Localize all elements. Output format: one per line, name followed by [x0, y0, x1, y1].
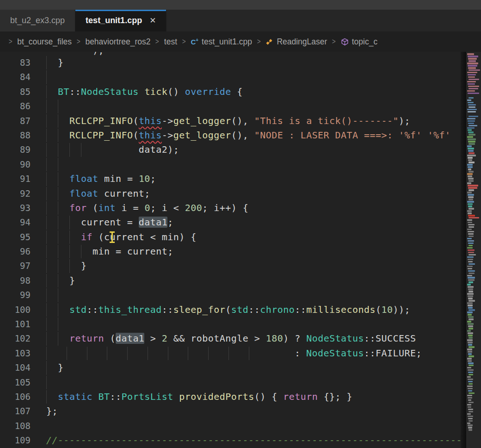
- breadcrumb-item-bt_course_files[interactable]: bt_course_files: [17, 37, 72, 47]
- title-bar: [0, 0, 481, 10]
- indent-guide: [46, 303, 47, 317]
- minimap-row: [469, 162, 475, 163]
- code-text: float min = 10;: [46, 173, 156, 184]
- minimap-row: [469, 355, 474, 357]
- indent-guide: [58, 288, 58, 302]
- indent-guide: [46, 70, 47, 84]
- minimap-row: [469, 365, 474, 367]
- code-text: return (data1 > 2 && robotAngle > 180) ?…: [46, 333, 416, 344]
- minimap-row: [468, 381, 473, 383]
- indent-guide: [58, 143, 58, 156]
- minimap-row: [469, 171, 474, 173]
- code-line-88: 88 RCLCPP_INFO(this->get_logger(), "NODE…: [0, 128, 461, 143]
- minimap-row: [468, 76, 475, 78]
- indent-guide: [81, 143, 81, 156]
- minimap-row: [469, 88, 478, 90]
- code-line-100: 100 std::this_thread::sleep_for(std::chr…: [0, 303, 461, 317]
- minimap-row: [469, 411, 473, 413]
- indent-guide: [81, 245, 81, 258]
- breadcrumb-separator: >: [182, 37, 186, 46]
- minimap-row: [467, 90, 475, 92]
- tab-label: bt_u2_ex3.cpp: [10, 16, 65, 25]
- breadcrumb-item-ReadingLaser[interactable]: ReadingLaser: [265, 37, 327, 47]
- minimap-row: [468, 86, 479, 87]
- breadcrumb-leading-chevron: >: [9, 37, 12, 46]
- code-editor[interactable]: ");83 }8485 BT::NodeStatus tick() overri…: [0, 52, 461, 448]
- class-icon: [265, 38, 273, 46]
- minimap-row: [467, 266, 473, 268]
- line-number: 88: [0, 128, 31, 143]
- indent-guide: [58, 230, 58, 244]
- code-text: }: [46, 275, 75, 286]
- line-number: 92: [0, 187, 31, 201]
- line-number: 103: [0, 346, 31, 361]
- minimap-row: [469, 208, 474, 210]
- breadcrumb-item-behaviortree_ros2[interactable]: behaviortree_ros2: [85, 37, 150, 47]
- indent-guide: [46, 376, 47, 389]
- indent-guide: [58, 201, 58, 215]
- tab-test_unit1.cpp[interactable]: test_unit1.cpp✕: [75, 10, 166, 31]
- editor-scroll-shadow: [461, 52, 466, 448]
- minimap-row: [468, 270, 475, 272]
- breadcrumb-item-test_unit1.cpp[interactable]: C+test_unit1.cpp: [191, 37, 252, 47]
- minimap-row: [467, 395, 472, 397]
- minimap-row: [467, 376, 471, 378]
- tab-close-icon[interactable]: ✕: [149, 16, 156, 25]
- minimap-row: [468, 104, 476, 106]
- minimap-row: [468, 65, 477, 67]
- minimap-row: [467, 127, 475, 129]
- minimap-row: [469, 281, 473, 283]
- minimap-row: [468, 397, 472, 399]
- tab-bt_u2_ex3.cpp[interactable]: bt_u2_ex3.cpp: [0, 10, 75, 31]
- minimap-row: [469, 189, 474, 191]
- code-line-90: 90: [0, 157, 461, 172]
- code-text: float current;: [46, 188, 150, 199]
- code-text: if (current < min) {: [46, 231, 197, 243]
- minimap-row: [469, 125, 477, 127]
- indent-guide: [69, 230, 70, 244]
- minimap-row: [468, 56, 478, 57]
- indent-guide: [69, 259, 70, 273]
- minimap-row: [468, 409, 473, 411]
- minimap-row: [468, 314, 472, 316]
- minimap-row: [469, 226, 474, 228]
- minimap-row: [468, 129, 472, 131]
- minimap-row: [467, 201, 474, 203]
- error-squiggle-token: this: [139, 115, 162, 126]
- indent-guide: [46, 230, 47, 244]
- minimap-row: [468, 148, 474, 149]
- minimap-row: [468, 178, 474, 180]
- minimap-row: [467, 339, 473, 341]
- minimap-row: [467, 229, 472, 230]
- breadcrumb-label: topic_c: [352, 37, 377, 47]
- cpp-file-icon: C+: [191, 37, 198, 46]
- minimap-row: [468, 185, 478, 187]
- code-text: RCLCPP_INFO(this->get_logger(), "This is…: [46, 115, 410, 126]
- minimap-row: [468, 205, 472, 207]
- minimap-row: [468, 332, 473, 334]
- breadcrumb-separator: >: [257, 37, 261, 46]
- minimap-row: [468, 166, 473, 168]
- indent-guide: [46, 317, 47, 331]
- code-text: };: [46, 405, 58, 417]
- minimap-row: [467, 155, 476, 156]
- code-line-86: 86: [0, 99, 461, 113]
- indent-guide: [168, 347, 168, 360]
- code-text: current = data1;: [46, 217, 173, 228]
- minimap-row: [469, 374, 473, 376]
- minimap-row: [467, 367, 471, 369]
- minimap-row: [469, 134, 475, 136]
- code-text: min = current;: [46, 246, 173, 257]
- line-number: 106: [0, 390, 31, 404]
- minimap-row: [469, 245, 473, 247]
- indent-guide: [46, 274, 47, 287]
- minimap-row: [468, 196, 474, 198]
- minimap-row: [468, 93, 479, 94]
- breadcrumb-item-test[interactable]: test: [164, 37, 177, 47]
- breadcrumb-item-topic_c[interactable]: topic_c: [341, 37, 377, 47]
- code-text: std::this_thread::sleep_for(std::chrono:…: [46, 304, 410, 315]
- minimap-row: [468, 111, 476, 113]
- line-number: 87: [0, 114, 31, 128]
- minimap[interactable]: [466, 52, 481, 448]
- minimap-row: [468, 344, 472, 346]
